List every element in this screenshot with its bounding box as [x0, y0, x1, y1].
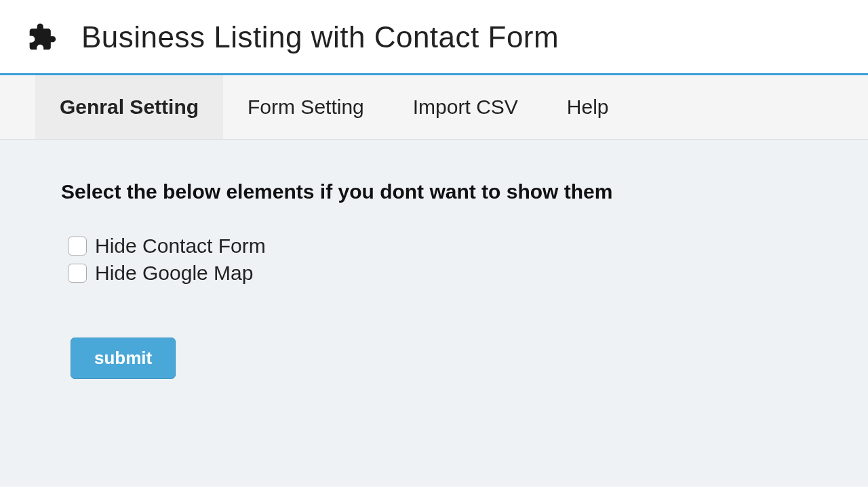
- page-header: Business Listing with Contact Form: [0, 0, 868, 75]
- option-row-hide-contact-form: Hide Contact Form: [68, 235, 807, 258]
- page-title: Business Listing with Contact Form: [81, 20, 559, 54]
- checkbox-label[interactable]: Hide Google Map: [95, 262, 253, 285]
- tab-help[interactable]: Help: [542, 75, 633, 139]
- section-heading: Select the below elements if you dont wa…: [61, 180, 807, 203]
- checkbox-hide-google-map[interactable]: [68, 264, 87, 283]
- tab-general-setting[interactable]: Genral Setting: [35, 75, 223, 139]
- checkbox-label[interactable]: Hide Contact Form: [95, 235, 266, 258]
- content-panel: Select the below elements if you dont wa…: [0, 140, 868, 487]
- tab-import-csv[interactable]: Import CSV: [389, 75, 542, 139]
- puzzle-icon: [27, 22, 57, 52]
- submit-button[interactable]: submit: [71, 338, 176, 379]
- option-row-hide-google-map: Hide Google Map: [68, 262, 807, 285]
- checkbox-hide-contact-form[interactable]: [68, 237, 87, 256]
- tab-form-setting[interactable]: Form Setting: [223, 75, 389, 139]
- tab-bar: Genral Setting Form Setting Import CSV H…: [0, 75, 868, 140]
